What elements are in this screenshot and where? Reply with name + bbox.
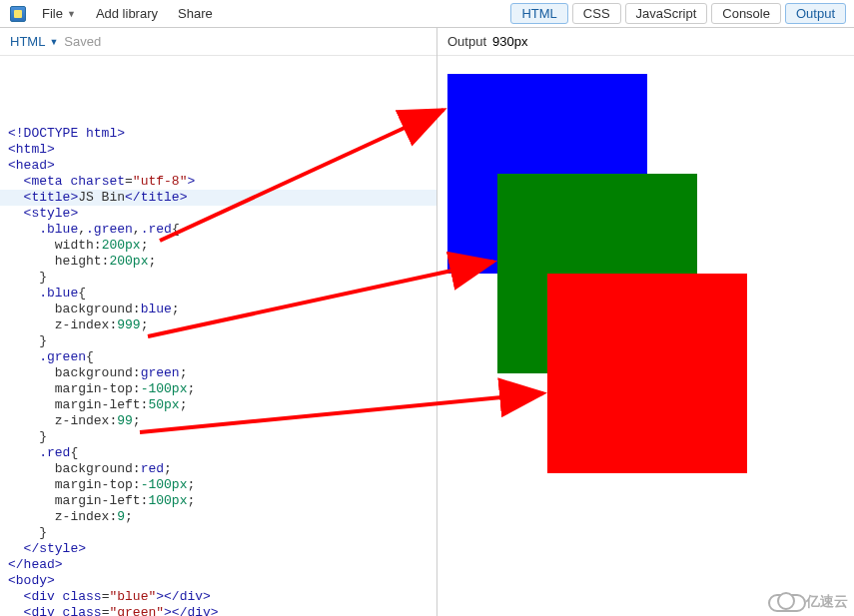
code-save-status: Saved [64,34,101,49]
caret-down-icon: ▼ [49,37,58,47]
watermark-text: 亿速云 [806,593,848,611]
share-menu[interactable]: Share [168,6,223,21]
output-size: 930px [492,34,527,49]
panel-toggle-console[interactable]: Console [711,3,781,24]
topbar-left: File ▼ Add library Share [0,0,223,27]
jsbin-logo-icon[interactable] [10,6,26,22]
file-menu[interactable]: File ▼ [32,6,86,21]
panel-toggle-css[interactable]: CSS [572,3,621,24]
code-language-label: HTML [10,34,45,49]
panel-toggles: HTML CSS JavaScript Console Output [508,0,854,27]
caret-down-icon: ▼ [67,9,76,19]
panel-toggle-output[interactable]: Output [785,3,846,24]
output-pane: Output 930px [437,28,854,616]
topbar: File ▼ Add library Share HTML CSS JavaSc… [0,0,854,28]
cloud-icon [768,592,802,612]
panel-toggle-html[interactable]: HTML [510,3,567,24]
output-label: Output [447,34,486,49]
workspace: HTML ▼ Saved <!DOCTYPE html> <html> <hea… [0,28,854,616]
code-pane: HTML ▼ Saved <!DOCTYPE html> <html> <hea… [0,28,437,616]
code-editor[interactable]: <!DOCTYPE html> <html> <head> <meta char… [0,56,436,616]
file-menu-label: File [42,6,63,21]
panel-toggle-js[interactable]: JavaScript [625,3,708,24]
output-pane-header: Output 930px [437,28,854,56]
add-library-label: Add library [96,6,158,21]
red-square [547,274,747,473]
share-label: Share [178,6,213,21]
watermark: 亿速云 [768,592,848,612]
code-language-dropdown[interactable]: HTML ▼ [10,34,58,49]
code-pane-header: HTML ▼ Saved [0,28,436,56]
code-lines: <!DOCTYPE html> <html> <head> <meta char… [8,110,428,616]
add-library-menu[interactable]: Add library [86,6,168,21]
output-canvas [437,56,854,616]
